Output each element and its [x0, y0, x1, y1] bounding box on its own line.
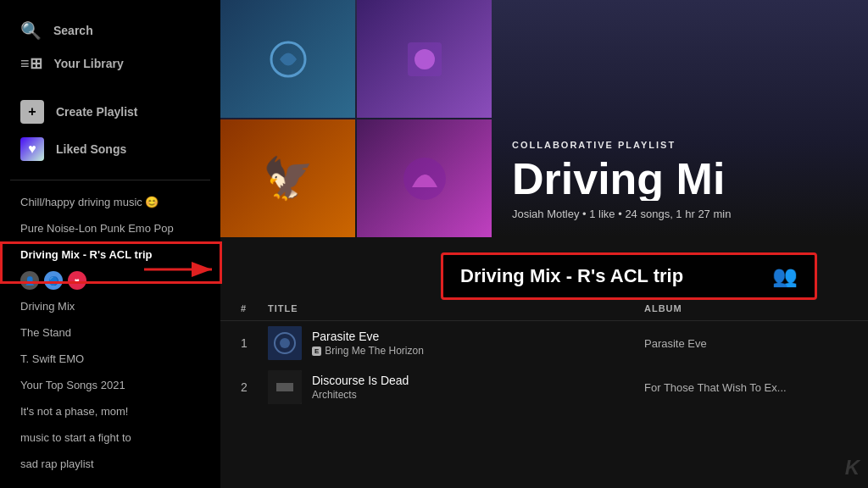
- svg-point-6: [280, 338, 290, 348]
- playlist-item-sad-rap[interactable]: sad rap playlist: [0, 451, 220, 477]
- highlight-popup: Driving Mix - R's ACL trip 👥: [441, 252, 817, 300]
- nav-library[interactable]: ≡⊞ Your Library: [10, 47, 210, 80]
- highlight-arrow: [144, 257, 220, 282]
- icon-user: 👤: [20, 271, 39, 290]
- playlist-list: Chill/happy driving music 😊 Pure Noise-L…: [0, 186, 220, 488]
- track-artist-2: Architects: [312, 389, 644, 401]
- album-art-2: [357, 0, 492, 118]
- svg-point-2: [415, 49, 435, 69]
- track-info-1: Parasite Eve E Bring Me The Horizon: [312, 330, 644, 357]
- track-num-1: 1: [241, 336, 268, 350]
- album-art-grid: 🦅: [220, 0, 492, 237]
- col-title-header: TITLE: [268, 303, 644, 313]
- hero-meta: Josiah Motley • 1 like • 24 songs, 1 hr …: [512, 208, 848, 220]
- icon-collab: 🔵: [44, 271, 63, 290]
- hero-playlist-title: Driving Mi: [512, 157, 848, 201]
- eagle-icon: 🦅: [263, 155, 314, 202]
- playlist-item-the-stand[interactable]: The Stand: [0, 319, 220, 346]
- col-num-header: #: [241, 303, 268, 313]
- liked-songs-label: Liked Songs: [56, 142, 126, 156]
- track-name-2: Discourse Is Dead: [312, 374, 644, 387]
- sidebar: 🔍 Search ≡⊞ Your Library + Create Playli…: [0, 0, 220, 488]
- playlist-item-fight-music[interactable]: music to start a fight to: [0, 424, 220, 451]
- playlist-item-pure-noise[interactable]: Pure Noise-Lon Punk Emo Pop: [0, 215, 220, 241]
- sidebar-divider: [10, 180, 210, 180]
- album-art-4: [357, 119, 492, 237]
- hero-info: COLLABORATIVE PLAYLIST Driving Mi Josiah…: [492, 140, 868, 220]
- hero: 🦅 COLLABORATIVE PLAYLIST Driving Mi Josi…: [220, 0, 868, 237]
- nav-search[interactable]: 🔍 Search: [10, 14, 210, 47]
- playlist-item-top-songs[interactable]: Your Top Songs 2021: [0, 372, 220, 398]
- nav-search-label: Search: [53, 24, 93, 37]
- track-artist-1: E Bring Me The Horizon: [312, 345, 644, 357]
- explicit-badge-1: E: [312, 347, 321, 356]
- track-album-2: For Those That Wish To Ex...: [644, 381, 848, 394]
- create-playlist-label: Create Playlist: [56, 105, 138, 119]
- playlist-item-not-a-phase[interactable]: It's not a phase, mom!: [0, 398, 220, 424]
- album-art-1: [220, 0, 355, 118]
- library-icon: ≡⊞: [20, 54, 42, 73]
- main-content: 🦅 COLLABORATIVE PLAYLIST Driving Mi Josi…: [220, 0, 868, 488]
- sidebar-actions: + Create Playlist ♥ Liked Songs: [0, 86, 220, 175]
- create-playlist-icon: +: [20, 100, 44, 124]
- album-art-3: 🦅: [220, 119, 355, 237]
- collab-people-icon: 👥: [772, 264, 798, 288]
- playlist-item-t-swift[interactable]: T. Swift EMO: [0, 346, 220, 372]
- track-row[interactable]: 2 Discourse Is Dead Architects For Those…: [220, 365, 868, 409]
- watermark: K: [845, 456, 860, 480]
- svg-rect-8: [276, 383, 293, 391]
- track-album-1: Parasite Eve: [644, 337, 848, 350]
- track-art-1: [268, 326, 302, 360]
- track-info-2: Discourse Is Dead Architects: [312, 374, 644, 401]
- highlight-popup-text: Driving Mix - R's ACL trip: [460, 265, 683, 287]
- nav-library-label: Your Library: [54, 57, 124, 70]
- search-icon: 🔍: [20, 20, 42, 41]
- collab-label: COLLABORATIVE PLAYLIST: [512, 140, 848, 150]
- track-row[interactable]: 1 Parasite Eve E Bring Me The Horizon Pa…: [220, 321, 868, 365]
- track-artist-name-1: Bring Me The Horizon: [325, 345, 424, 357]
- create-playlist-button[interactable]: + Create Playlist: [10, 93, 210, 130]
- icon-heart: ♥: [68, 271, 86, 290]
- track-name-1: Parasite Eve: [312, 330, 644, 343]
- track-art-2: [268, 370, 302, 404]
- sidebar-nav: 🔍 Search ≡⊞ Your Library: [0, 0, 220, 86]
- playlist-item-chill[interactable]: Chill/happy driving music 😊: [0, 189, 220, 215]
- track-list-header: # TITLE ALBUM: [220, 297, 868, 321]
- liked-songs-button[interactable]: ♥ Liked Songs: [10, 130, 210, 168]
- track-list: 1 Parasite Eve E Bring Me The Horizon Pa…: [220, 321, 868, 488]
- track-artist-name-2: Architects: [312, 389, 357, 401]
- track-num-2: 2: [241, 380, 268, 394]
- playlist-item-driving-mix[interactable]: Driving Mix: [0, 293, 220, 319]
- liked-songs-icon: ♥: [20, 137, 44, 161]
- col-album-header: ALBUM: [644, 303, 848, 313]
